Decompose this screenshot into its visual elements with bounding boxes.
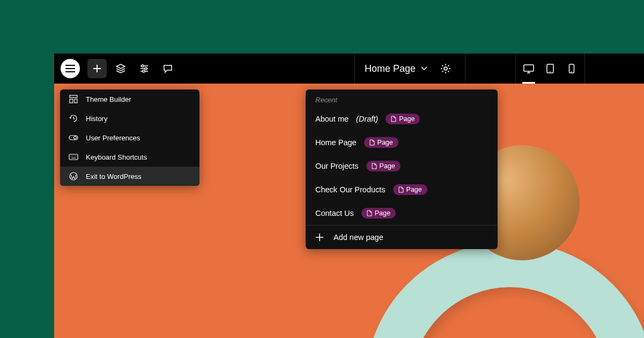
gear-icon (440, 63, 451, 74)
comments-button[interactable] (158, 59, 177, 78)
main-menu-button[interactable] (61, 59, 80, 78)
menu-label: Theme Builder (86, 95, 131, 103)
top-toolbar: Home Page (54, 54, 644, 84)
svg-point-0 (142, 65, 144, 67)
add-element-button[interactable] (87, 59, 107, 78)
recent-title: Home Page (315, 138, 357, 147)
tablet-view-button[interactable] (539, 54, 561, 84)
mobile-view-button[interactable] (561, 54, 582, 84)
svg-rect-4 (524, 65, 534, 71)
toolbar-right (515, 54, 644, 84)
mobile-icon (568, 63, 575, 74)
page-settings-button[interactable] (436, 59, 455, 78)
page-icon (369, 139, 375, 146)
page-badge: Page (364, 137, 398, 148)
recent-title: Check Our Products (315, 185, 386, 194)
plus-icon (92, 64, 102, 73)
recent-item-home-page[interactable]: Home Page Page (306, 131, 498, 154)
theme-builder-icon (69, 94, 78, 104)
recent-pages-dropdown: Recent About me (Draft) Page Home Page P… (306, 89, 498, 249)
hamburger-icon (65, 65, 75, 72)
wordpress-icon (69, 171, 78, 181)
desktop-view-button[interactable] (518, 54, 539, 84)
page-icon (367, 210, 372, 216)
menu-item-exit-wordpress[interactable]: Exit to WordPress (60, 167, 199, 186)
page-badge: Page (386, 114, 420, 124)
recent-title: Our Projects (315, 162, 359, 170)
tablet-icon (546, 63, 554, 74)
menu-label: Exit to WordPress (86, 172, 142, 181)
menu-label: Keyboard Shortcuts (86, 153, 147, 161)
responsive-group (516, 54, 585, 84)
plus-icon (315, 233, 324, 242)
layers-icon (115, 63, 126, 74)
menu-label: User Preferences (86, 134, 140, 142)
svg-point-13 (74, 137, 77, 139)
page-icon (391, 116, 396, 122)
svg-point-1 (145, 67, 147, 70)
menu-label: History (86, 115, 107, 123)
svg-rect-10 (70, 99, 73, 103)
toggle-icon (69, 133, 78, 142)
svg-point-2 (143, 70, 145, 72)
page-badge: Page (393, 184, 427, 195)
recent-item-about-me[interactable]: About me (Draft) Page (306, 107, 498, 131)
page-selector[interactable]: Home Page (354, 54, 465, 84)
svg-rect-11 (75, 99, 77, 103)
structure-button[interactable] (111, 59, 130, 78)
current-page-title: Home Page (365, 63, 416, 74)
page-icon (398, 186, 404, 193)
toolbar-left (61, 59, 177, 78)
menu-item-user-preferences[interactable]: User Preferences (60, 128, 199, 147)
sliders-icon (139, 63, 150, 74)
desktop-icon (523, 63, 535, 74)
chat-icon (162, 63, 173, 74)
menu-item-keyboard-shortcuts[interactable]: Keyboard Shortcuts (60, 147, 199, 167)
svg-point-6 (550, 71, 551, 72)
recent-item-check-products[interactable]: Check Our Products Page (306, 178, 498, 201)
recent-item-our-projects[interactable]: Our Projects Page (306, 154, 498, 178)
main-menu-dropdown: Theme Builder History User Preferences K… (60, 89, 199, 186)
svg-point-8 (571, 71, 572, 72)
recent-status: (Draft) (356, 115, 378, 123)
add-new-page-button[interactable]: Add new page (306, 225, 498, 249)
settings-button[interactable] (135, 59, 154, 78)
svg-point-3 (444, 67, 447, 70)
recent-title: Contact Us (315, 209, 354, 217)
page-icon (372, 163, 377, 169)
menu-item-theme-builder[interactable]: Theme Builder (60, 89, 199, 109)
history-icon (69, 114, 78, 123)
add-new-page-label: Add new page (334, 233, 383, 242)
svg-rect-9 (70, 95, 77, 97)
svg-rect-14 (69, 154, 78, 160)
keyboard-icon (69, 152, 78, 162)
page-badge: Page (361, 208, 396, 219)
page-badge: Page (366, 161, 401, 171)
recent-header: Recent (306, 89, 498, 107)
menu-item-history[interactable]: History (60, 109, 199, 128)
recent-title: About me (315, 115, 349, 123)
recent-item-contact-us[interactable]: Contact Us Page (306, 201, 498, 225)
chevron-down-icon (421, 66, 427, 71)
